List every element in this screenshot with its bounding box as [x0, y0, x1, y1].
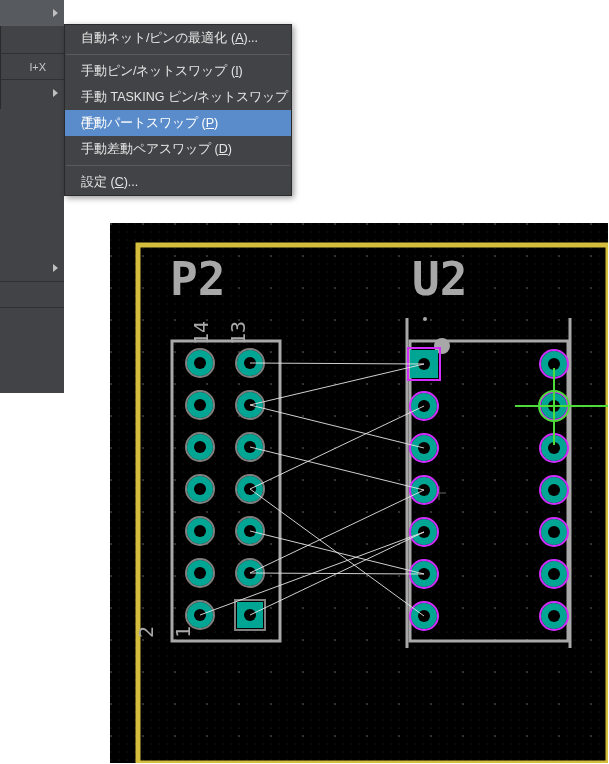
menu-item-text: 手動パートスワップ	[81, 116, 201, 130]
svg-point-84	[548, 484, 560, 496]
menu-item-accel: D	[219, 142, 228, 156]
parent-menu-strip	[0, 0, 64, 27]
svg-point-87	[548, 526, 560, 538]
menu-item-pin-net-swap[interactable]: 手動ピン/ネットスワップ (I)	[65, 58, 291, 84]
parent-menu-strip-2: l+X	[0, 27, 64, 109]
svg-point-90	[548, 568, 560, 580]
menu-item-suffix: ...	[128, 175, 138, 189]
menu-item-part-swap[interactable]: 手動パートスワップ (P)	[65, 110, 291, 136]
menu-item-settings[interactable]: 設定 (C)...	[65, 169, 291, 195]
menu-item-text: 手動ピン/ネットスワップ	[81, 64, 231, 78]
menu-item-auto-optimize[interactable]: 自動ネット/ピンの最適化 (A)...	[65, 25, 291, 51]
svg-point-37	[194, 567, 206, 579]
menu-item-text: 手動 TASKING ピン/ネットスワップ	[81, 90, 288, 104]
menu-item-accel: I	[235, 64, 238, 78]
submenu-arrow-icon	[53, 264, 58, 272]
refdes-U2: U2	[412, 252, 467, 306]
parent-menu-item-arrow-2[interactable]	[0, 255, 64, 281]
menu-separator	[66, 165, 290, 166]
pin-label-2: 2	[134, 626, 158, 638]
parent-menu-item-arrow[interactable]	[0, 79, 64, 105]
menu-item-diffpair-swap[interactable]: 手動差動ペアスワップ (D)	[65, 136, 291, 162]
pin-label-1: 1	[171, 626, 195, 638]
refdes-P2: P2	[170, 252, 225, 306]
menu-item-accel: P	[206, 116, 214, 130]
parent-menu-shortcut-text: l+X	[30, 61, 46, 73]
menu-item-text: 手動差動ペアスワップ	[81, 142, 214, 156]
svg-point-25	[194, 483, 206, 495]
svg-point-50	[423, 317, 427, 321]
menu-item-tasking-swap[interactable]: 手動 TASKING ピン/ネットスワップ (T)	[65, 84, 291, 110]
svg-point-13	[194, 399, 206, 411]
menu-item-accel: A	[235, 31, 243, 45]
menu-item-text: 設定	[81, 175, 110, 189]
menu-item-suffix: ...	[248, 31, 258, 45]
submenu-arrow-icon	[53, 9, 58, 17]
menu-separator	[66, 54, 290, 55]
pcb-svg: P2 14 13 2 1 U2	[110, 223, 608, 763]
svg-point-19	[194, 441, 206, 453]
menu-item-accel: C	[115, 175, 124, 189]
svg-point-93	[548, 610, 560, 622]
context-menu: 自動ネット/ピンの最適化 (A)... 手動ピン/ネットスワップ (I) 手動 …	[64, 24, 292, 196]
svg-point-31	[194, 525, 206, 537]
pcb-canvas[interactable]: P2 14 13 2 1 U2	[110, 223, 608, 763]
menu-item-text: 自動ネット/ピンの最適化	[81, 31, 231, 45]
parent-menu-item-shortcut[interactable]: l+X	[0, 53, 64, 79]
parent-menu-item[interactable]	[0, 27, 64, 53]
parent-menu-continuation	[0, 109, 64, 393]
submenu-arrow-icon	[53, 89, 58, 97]
svg-point-7	[194, 357, 206, 369]
parent-menu-item-selected[interactable]	[0, 0, 64, 26]
